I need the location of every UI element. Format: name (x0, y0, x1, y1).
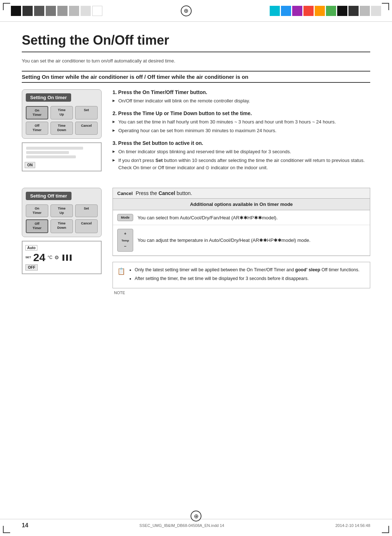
color-swatches-right (270, 6, 381, 16)
date-info: 2014-2-10 14:56:48 (335, 523, 370, 528)
swatch-blue (281, 6, 291, 16)
step-2-number: 2. (113, 110, 118, 116)
cancel-btn-off: Cancel (75, 219, 98, 233)
step-3-bullets: On timer indicator stops blinking and re… (113, 148, 370, 171)
swatch-gray1 (34, 6, 44, 16)
temp-number: 24 (33, 252, 45, 263)
note-inner: 📋 Only the latest setting timer will be … (117, 267, 366, 284)
swatch-gray3 (57, 6, 68, 16)
subtitle: You can set the air conditioner to turn … (22, 58, 370, 64)
time-down-btn: TimeDown (50, 122, 73, 134)
step-1-title: 1. Press the On Timer/Off Timer button. (113, 89, 370, 95)
registration-mark: ⊕ (181, 5, 192, 16)
info-table: Cancel Press the Cancel button. Addition… (113, 188, 370, 256)
on-timer-left-panel: Setting On timer OnTimer TimeUp Set OffT… (22, 89, 102, 177)
off-timer-remote: Setting Off timer OnTimer TimeUp Set Off… (22, 188, 102, 237)
cancel-row: Cancel Press the Cancel button. (113, 188, 370, 199)
swatch-green (326, 6, 336, 16)
swatch-cyan (270, 6, 280, 16)
step-1-number: 1. (113, 89, 118, 95)
file-info: SSEC_UMG_IB&IM_DB68-04508A_EN.indd 14 (139, 523, 224, 528)
time-up-btn: TimeUp (50, 106, 73, 119)
note-icon: 📋 (117, 267, 125, 275)
section-heading: Setting On timer while the air condition… (22, 71, 370, 83)
temp-unit: °C (48, 255, 52, 260)
on-indicator: ON (25, 162, 35, 168)
note-item-2: After setting the timer, the set time wi… (135, 275, 359, 282)
page-content: Setting the On/Off timer You can set the… (0, 22, 392, 317)
off-indicator: OFF (25, 264, 38, 271)
on-timer-display: ON (22, 142, 102, 171)
color-swatches-left (11, 6, 102, 16)
bottom-layout: Setting Off timer OnTimer TimeUp Set Off… (22, 188, 370, 295)
swatch-white (92, 6, 102, 16)
step-1-bold: On Timer/Off Timer (143, 89, 189, 95)
display-line-3 (26, 155, 76, 158)
additional-header: Additional options available in On timer… (113, 199, 370, 210)
step-2-bold1: Time Up (143, 110, 163, 116)
display-lines (25, 145, 99, 160)
step-3-number: 3. (113, 140, 118, 146)
step-3-bold: Set (143, 140, 151, 146)
on-timer-remote: Setting On timer OnTimer TimeUp Set OffT… (22, 89, 102, 139)
mode-text: You can select from Auto/Cool/Dry/Fan/He… (138, 215, 278, 220)
cancel-text: Press the Cancel button. (136, 190, 192, 196)
swatch-red (303, 6, 314, 16)
right-bottom-panel: Cancel Press the Cancel button. Addition… (113, 188, 370, 295)
step-3-bullet-1: On timer indicator stops blinking and re… (113, 148, 370, 155)
swatch-gray5 (360, 6, 370, 16)
off-timer-left-panel: Setting Off timer OnTimer TimeUp Set Off… (22, 188, 102, 295)
page-title: Setting the On/Off timer (22, 33, 370, 52)
set-label: SET (25, 256, 31, 259)
bottom-reg-mark: ⊕ (191, 511, 201, 521)
off-timer-label: Setting Off timer (26, 192, 72, 200)
step-2: 2. Press the Time Up or Time Down button… (113, 110, 370, 134)
off-timer-buttons: OnTimer TimeUp Set OffTimer TimeDown Can… (26, 204, 98, 233)
on-timer-btn: OnTimer (26, 106, 48, 119)
swatch-light (81, 6, 91, 16)
fan-icon: ⚙ ▐▐▐ (54, 255, 72, 260)
mode-row: Mode You can select from Auto/Cool/Dry/F… (113, 210, 370, 225)
swatch-gray4 (69, 6, 79, 16)
step-1-bullets: On/Off timer indicator will blink on the… (113, 97, 370, 105)
note-content: Only the latest setting timer will be ap… (129, 267, 359, 284)
cancel-label: Cancel (117, 191, 133, 196)
set-btn-on: Set (75, 106, 98, 119)
display-line-2 (26, 151, 69, 154)
swatch-black2 (337, 6, 347, 16)
swatch-purple (292, 6, 302, 16)
off-timer-btn: OffTimer (26, 122, 48, 134)
on-timer-buttons: OnTimer TimeUp Set OffTimer TimeDown Can… (26, 106, 98, 135)
step-2-bullets: You can set the time in half hourly unit… (113, 118, 370, 134)
step-2-bullet-2: Operating hour can be set from minimum 3… (113, 127, 370, 134)
step-3-title: 3. Press the Set button to active it on. (113, 140, 370, 146)
note-list: Only the latest setting timer will be ap… (129, 267, 359, 282)
off-timer-btn2: OffTimer (26, 219, 48, 233)
temp-button: +Temp− (117, 229, 133, 252)
step-1-bullet-1: On/Off timer indicator will blink on the… (113, 97, 370, 105)
page-number: 14 (22, 522, 28, 529)
off-timer-display: Auto SET 24 °C ⚙ ▐▐▐ OFF (22, 241, 102, 274)
step-3-bullet-2: If you don't press Set button within 10 … (113, 157, 370, 171)
temp-row: +Temp− You can adjust the temperature in… (113, 225, 370, 256)
swatch-light2 (371, 6, 381, 16)
swatch-dark2 (348, 6, 359, 16)
display-line-1 (26, 147, 83, 150)
step-3: 3. Press the Set button to active it on.… (113, 140, 370, 171)
header-bar: ⊕ (0, 0, 392, 22)
main-layout: Setting On timer OnTimer TimeUp Set OffT… (22, 89, 370, 177)
note-label: NOTE (113, 291, 370, 295)
step-1: 1. Press the On Timer/Off Timer button. … (113, 89, 370, 105)
swatch-dark (23, 6, 33, 16)
swatch-orange (315, 6, 325, 16)
on-timer-btn2: OnTimer (26, 204, 48, 217)
auto-label: Auto (25, 245, 37, 251)
step-2-bold2: Time Down (170, 110, 197, 116)
cancel-btn-on: Cancel (75, 122, 98, 134)
swatch-gray2 (46, 6, 56, 16)
note-box: 📋 Only the latest setting timer will be … (113, 262, 370, 289)
on-timer-label: Setting On timer (26, 93, 71, 102)
time-up-btn2: TimeUp (50, 204, 73, 217)
temp-text: You can adjust the temperature in Auto/C… (138, 237, 310, 243)
time-down-btn2: TimeDown (50, 219, 73, 233)
